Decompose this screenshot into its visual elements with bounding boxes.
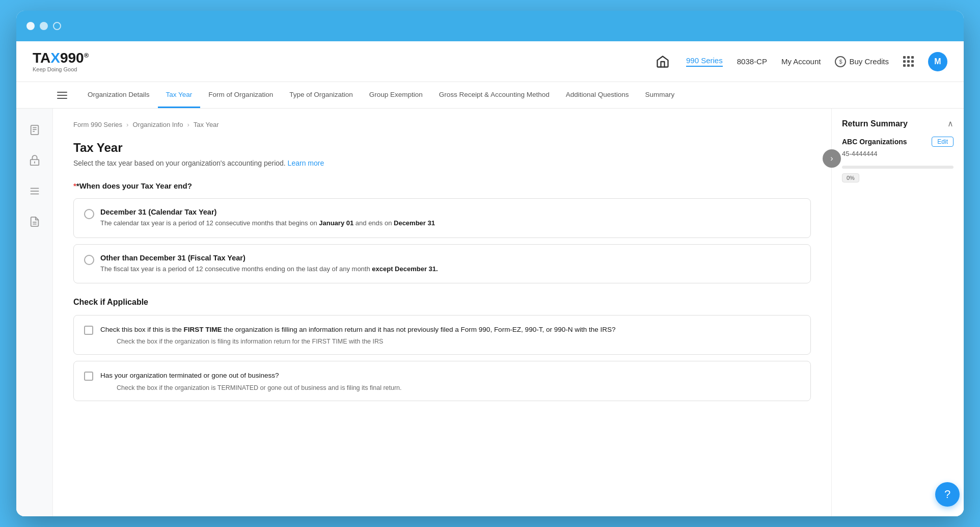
tab-summary[interactable]: Summary (637, 83, 683, 108)
sidebar-icon-building[interactable] (25, 151, 44, 170)
radio-row-fiscal: Other than December 31 (Fiscal Tax Year)… (84, 254, 800, 274)
minimize-button[interactable] (40, 22, 48, 30)
radio-option-fiscal[interactable]: Other than December 31 (Fiscal Tax Year)… (73, 244, 811, 284)
grid-dot (907, 64, 910, 67)
return-summary: Return Summary ∧ ABC Organizations Edit … (832, 109, 964, 193)
grid-dot (903, 64, 906, 67)
radio-circle-dec31[interactable] (84, 209, 94, 219)
content-area: Form 990 Series › Organization Info › Ta… (53, 109, 831, 516)
grid-menu-button[interactable] (903, 56, 914, 67)
tab-gross-receipt[interactable]: Gross Receipt & Accounting Method (431, 83, 558, 108)
radio-content-dec31: December 31 (Calendar Tax Year) The cale… (100, 208, 435, 228)
nav-myaccount[interactable]: My Account (781, 57, 821, 66)
grid-dot (911, 64, 914, 67)
chevron-up-icon[interactable]: ∧ (947, 119, 954, 128)
menu-line (57, 98, 67, 99)
tab-tax-year[interactable]: Tax Year (158, 83, 201, 108)
checkbox-row-firsttime: Check this box if this is the FIRST TIME… (84, 325, 800, 345)
grid-dot (911, 60, 914, 63)
check-section-title: Check if Applicable (73, 298, 811, 307)
header-nav: 990 Series 8038-CP My Account $ Buy Cred… (654, 52, 947, 71)
logo-area: TAX990® Keep Doing Good (33, 51, 89, 72)
checkbox-row-terminated: Has your organization terminated or gone… (84, 371, 800, 391)
radio-option-dec31[interactable]: December 31 (Calendar Tax Year) The cale… (73, 198, 811, 238)
tab-group-exemption[interactable]: Group Exemption (361, 83, 431, 108)
grid-dot (903, 56, 906, 59)
maximize-button[interactable] (53, 22, 61, 30)
panel-toggle-button[interactable]: › (823, 149, 841, 168)
tax-year-question: **When does your Tax Year end? (73, 181, 811, 190)
app-container: TAX990® Keep Doing Good 990 Series 8038-… (16, 41, 964, 516)
radio-content-fiscal: Other than December 31 (Fiscal Tax Year)… (100, 254, 438, 274)
page-desc-text: Select the tax year based on your organi… (73, 159, 286, 167)
page-title: Tax Year (73, 141, 811, 155)
breadcrumb: Form 990 Series › Organization Info › Ta… (73, 121, 811, 128)
close-button[interactable] (26, 22, 35, 30)
credits-icon: $ (835, 56, 846, 67)
tab-org-details[interactable]: Organization Details (79, 83, 158, 108)
return-summary-header: Return Summary ∧ (842, 119, 954, 128)
checkbox-content-firsttime: Check this box if this is the FIRST TIME… (100, 325, 615, 345)
home-button[interactable] (654, 52, 672, 71)
right-panel: › Return Summary ∧ ABC Organizations Edi… (831, 109, 964, 516)
checkbox-square-firsttime[interactable] (84, 326, 93, 335)
org-name-text: ABC Organizations (842, 138, 907, 146)
radio-label-fiscal: Other than December 31 (Fiscal Tax Year) (100, 254, 438, 262)
radio-label-dec31: December 31 (Calendar Tax Year) (100, 208, 435, 216)
ein-number: 45-4444444 (842, 150, 954, 157)
tab-navigation: Organization Details Tax Year Form of Or… (16, 82, 964, 109)
main-layout: Form 990 Series › Organization Info › Ta… (16, 109, 964, 516)
return-summary-title: Return Summary (842, 119, 908, 128)
sidebar-icon-document[interactable] (25, 121, 44, 139)
checkbox-label-terminated: Has your organization terminated or gone… (100, 371, 402, 381)
breadcrumb-sep2: › (187, 121, 189, 128)
menu-line (57, 92, 67, 93)
grid-dot (907, 60, 910, 63)
side-icons (16, 109, 53, 516)
question-text: *When does your Tax Year end? (76, 181, 192, 190)
checkbox-first-time[interactable]: Check this box if this is the FIRST TIME… (73, 315, 811, 355)
sidebar-icon-list[interactable] (25, 182, 44, 200)
radio-desc-fiscal: The fiscal tax year is a period of 12 co… (100, 264, 438, 274)
breadcrumb-current: Tax Year (194, 121, 219, 128)
user-avatar[interactable]: M (928, 52, 947, 71)
page-description: Select the tax year based on your organi… (73, 159, 811, 167)
app-window: TAX990® Keep Doing Good 990 Series 8038-… (16, 11, 964, 516)
breadcrumb-sep1: › (126, 121, 128, 128)
nav-buycredits[interactable]: $ Buy Credits (835, 56, 889, 67)
logo-tagline: Keep Doing Good (33, 66, 89, 72)
tab-type-of-org[interactable]: Type of Organization (281, 83, 361, 108)
logo-x: X (50, 50, 60, 66)
radio-circle-fiscal[interactable] (84, 255, 94, 265)
radio-row: December 31 (Calendar Tax Year) The cale… (84, 208, 800, 228)
grid-dot (903, 60, 906, 63)
logo-tax: TA (33, 50, 50, 66)
hamburger-menu[interactable] (57, 92, 67, 99)
checkbox-square-terminated[interactable] (84, 372, 93, 381)
tab-additional[interactable]: Additional Questions (558, 83, 637, 108)
nav-990series[interactable]: 990 Series (686, 56, 723, 67)
breadcrumb-form990[interactable]: Form 990 Series (73, 121, 122, 128)
learn-more-link[interactable]: Learn more (288, 159, 324, 167)
logo-reg: ® (84, 51, 89, 59)
breadcrumb-orginfo[interactable]: Organization Info (132, 121, 183, 128)
logo[interactable]: TAX990® (33, 51, 89, 65)
checkbox-hint-terminated: Check the box if the organization is TER… (117, 384, 402, 391)
org-name-row: ABC Organizations Edit (842, 137, 954, 147)
progress-bar-background (842, 166, 954, 169)
grid-dot (911, 56, 914, 59)
logo-990: 990 (60, 50, 84, 66)
buy-credits-label: Buy Credits (849, 57, 889, 66)
nav-8038cp[interactable]: 8038-CP (737, 57, 767, 66)
edit-org-button[interactable]: Edit (932, 137, 954, 147)
header: TAX990® Keep Doing Good 990 Series 8038-… (16, 41, 964, 82)
grid-dot (907, 56, 910, 59)
help-button[interactable]: ? (935, 482, 960, 507)
tab-form-of-org[interactable]: Form of Organization (200, 83, 281, 108)
sidebar-icon-file[interactable] (25, 213, 44, 231)
checkbox-content-terminated: Has your organization terminated or gone… (100, 371, 402, 391)
radio-desc-dec31: The calendar tax year is a period of 12 … (100, 218, 435, 228)
checkbox-terminated[interactable]: Has your organization terminated or gone… (73, 361, 811, 401)
progress-label: 0% (842, 173, 859, 182)
menu-line (57, 95, 67, 96)
